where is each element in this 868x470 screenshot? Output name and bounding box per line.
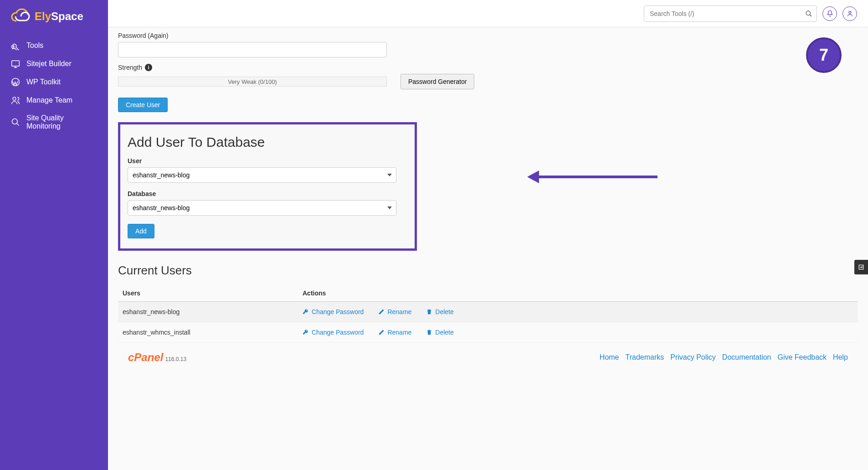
user-menu-button[interactable] (842, 6, 857, 21)
footer-link-documentation[interactable]: Documentation (722, 353, 771, 362)
cloud-link-icon (10, 8, 32, 25)
monitor-icon (11, 59, 20, 68)
rename-link[interactable]: Rename (378, 329, 411, 336)
search-box (644, 5, 817, 22)
user-cell: eshanstr_whmcs_install (118, 322, 298, 343)
rename-link[interactable]: Rename (378, 308, 411, 315)
search-icon (805, 10, 812, 17)
pencil-icon (378, 309, 385, 315)
notifications-button[interactable] (822, 6, 837, 21)
svg-point-5 (849, 11, 851, 14)
add-button[interactable]: Add (128, 224, 154, 238)
cpanel-logo: cPanel (128, 351, 163, 364)
stats-side-tab[interactable] (854, 260, 868, 274)
search-input[interactable] (644, 5, 817, 22)
sidebar: ElySpace Tools Sitejet Builder WP Toolki… (0, 0, 108, 470)
arrow-line (539, 176, 657, 178)
table-row: eshanstr_whmcs_install Change Password (118, 322, 858, 343)
nav-label: Manage Team (26, 96, 72, 104)
strength-meter: Very Weak (0/100) (118, 77, 387, 87)
password-generator-button[interactable]: Password Generator (401, 74, 474, 89)
magnify-icon (11, 118, 20, 127)
chart-icon (858, 263, 865, 271)
footer-link-home[interactable]: Home (600, 353, 619, 362)
team-icon (11, 96, 20, 105)
nav-label: Sitejet Builder (26, 60, 72, 68)
current-users-title: Current Users (118, 263, 858, 278)
col-actions: Actions (298, 285, 858, 302)
footer-links: Home Trademarks Privacy Policy Documenta… (600, 353, 848, 362)
trash-icon (426, 309, 432, 315)
strength-bar-row: Very Weak (0/100) Password Generator (118, 74, 858, 89)
user-select-label: User (128, 157, 407, 165)
user-select[interactable]: eshanstr_news-blog (128, 167, 396, 183)
sidebar-item-manage-team[interactable]: Manage Team (0, 91, 108, 109)
arrow-head-icon (527, 170, 539, 183)
key-icon (303, 329, 309, 336)
pencil-icon (378, 329, 385, 336)
footer-link-privacy[interactable]: Privacy Policy (670, 353, 716, 362)
sidebar-item-wp-toolkit[interactable]: WP Toolkit (0, 73, 108, 91)
current-users-section: Current Users Users Actions eshanstr_new… (118, 263, 858, 343)
content: 7 Password (Again) Strength i Very Weak … (108, 27, 868, 470)
info-icon[interactable]: i (145, 64, 152, 71)
user-cell: eshanstr_news-blog (118, 302, 298, 322)
delete-link[interactable]: Delete (426, 329, 453, 336)
col-users: Users (118, 285, 298, 302)
sidebar-item-sitejet[interactable]: Sitejet Builder (0, 55, 108, 73)
trash-icon (426, 329, 432, 336)
create-user-button[interactable]: Create User (118, 98, 168, 112)
sidebar-item-tools[interactable]: Tools (0, 36, 108, 55)
header (108, 0, 868, 27)
password-again-input[interactable] (118, 42, 387, 57)
svg-point-3 (12, 119, 18, 124)
sidebar-nav: Tools Sitejet Builder WP Toolkit Manage … (0, 33, 108, 139)
cpanel-brand: cPanel 116.0.13 (128, 351, 186, 364)
database-select[interactable]: eshanstr_news-blog (128, 200, 396, 216)
logo[interactable]: ElySpace (0, 0, 108, 33)
change-password-link[interactable]: Change Password (303, 308, 364, 315)
nav-label: WP Toolkit (26, 78, 61, 86)
strength-label: Strength (118, 64, 142, 71)
step-badge: 7 (806, 37, 842, 73)
footer: cPanel 116.0.13 Home Trademarks Privacy … (118, 343, 858, 372)
nav-label: Tools (26, 41, 43, 50)
password-again-label: Password (Again) (118, 32, 858, 39)
password-again-group: Password (Again) (118, 32, 858, 57)
table-row: eshanstr_news-blog Change Password (118, 302, 858, 322)
version-text: 116.0.13 (165, 356, 186, 362)
db-select-label: Database (128, 190, 407, 197)
tools-icon (11, 41, 20, 50)
sidebar-item-site-quality[interactable]: Site Quality Monitoring (0, 109, 108, 135)
add-user-to-db-section: Add User To Database User eshanstr_news-… (118, 122, 417, 251)
footer-link-help[interactable]: Help (833, 353, 848, 362)
svg-rect-0 (12, 61, 20, 66)
key-icon (303, 309, 309, 315)
add-user-title: Add User To Database (128, 134, 407, 150)
users-table: Users Actions eshanstr_news-blog (118, 285, 858, 343)
strength-label-row: Strength i (118, 64, 858, 71)
footer-link-feedback[interactable]: Give Feedback (777, 353, 827, 362)
svg-point-2 (13, 97, 16, 100)
bell-icon (827, 10, 833, 17)
user-icon (847, 10, 853, 17)
wordpress-icon (11, 77, 20, 87)
arrow-annotation (527, 170, 657, 183)
delete-link[interactable]: Delete (426, 308, 453, 315)
svg-point-4 (806, 11, 810, 15)
nav-label: Site Quality Monitoring (26, 114, 97, 130)
footer-link-trademarks[interactable]: Trademarks (626, 353, 664, 362)
change-password-link[interactable]: Change Password (303, 329, 364, 336)
